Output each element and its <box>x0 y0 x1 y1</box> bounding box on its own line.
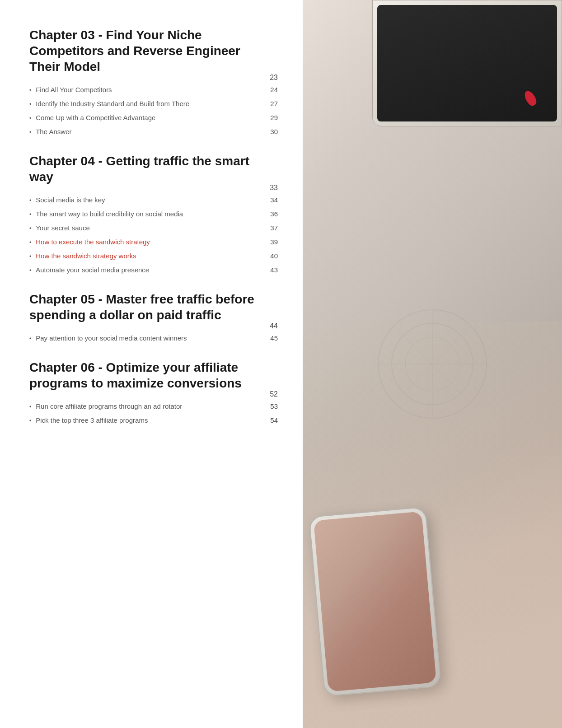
chapter-title-row-ch06: Chapter 06 - Optimize your affiliate pro… <box>29 359 278 399</box>
list-item-page: 53 <box>270 401 278 411</box>
list-item-label: Find All Your Competitors <box>36 85 270 94</box>
watermark-decoration <box>365 296 500 432</box>
list-item-page: 37 <box>270 223 278 233</box>
list-bullet: • <box>29 225 31 233</box>
photo-area <box>303 0 562 728</box>
list-bullet: • <box>29 239 31 247</box>
chapter-title-row-ch04: Chapter 04 - Getting traffic the smart w… <box>29 153 278 193</box>
list-item-label: How the sandwich strategy works <box>36 251 270 261</box>
tablet-image <box>372 0 562 126</box>
chapter-section-ch06: Chapter 06 - Optimize your affiliate pro… <box>29 359 278 427</box>
chapter-page-ch06: 52 <box>270 390 278 399</box>
chapter-title-row-ch05: Chapter 05 - Master free traffic before … <box>29 291 278 331</box>
list-item-label: Pay attention to your social media conte… <box>36 333 270 343</box>
list-item-label: The smart way to build credibility on so… <box>36 209 270 219</box>
list-bullet: • <box>29 87 31 94</box>
list-item: •Run core affiliate programs through an … <box>29 399 278 413</box>
chapter-page-ch04: 33 <box>270 184 278 193</box>
chapter-section-ch04: Chapter 04 - Getting traffic the smart w… <box>29 153 278 277</box>
list-item: •Your secret sauce37 <box>29 221 278 235</box>
toc-list-ch05: •Pay attention to your social media cont… <box>29 331 278 345</box>
list-item-page: 45 <box>270 333 278 343</box>
list-item: •Pick the top three 3 affiliate programs… <box>29 413 278 427</box>
list-item-page: 24 <box>270 85 278 94</box>
list-item: •Social media is the key34 <box>29 193 278 207</box>
toc-list-ch06: •Run core affiliate programs through an … <box>29 399 278 427</box>
chapter-title-row-ch03: Chapter 03 - Find Your Niche Competitors… <box>29 27 278 83</box>
list-item-label: Your secret sauce <box>36 223 270 233</box>
list-item-page: 40 <box>270 251 278 261</box>
content-area: Chapter 03 - Find Your Niche Competitors… <box>0 0 303 728</box>
chapter-heading-ch03: Chapter 03 - Find Your Niche Competitors… <box>29 27 261 75</box>
toc-container: Chapter 03 - Find Your Niche Competitors… <box>29 27 278 427</box>
list-item-page: 36 <box>270 209 278 219</box>
list-item-link[interactable]: How to execute the sandwich strategy <box>36 238 150 246</box>
list-item: •Find All Your Competitors24 <box>29 83 278 97</box>
list-bullet: • <box>29 335 31 343</box>
list-item: •How the sandwich strategy works40 <box>29 249 278 263</box>
list-item-page: 30 <box>270 127 278 136</box>
list-bullet: • <box>29 417 31 425</box>
list-item-label: Run core affiliate programs through an a… <box>36 401 270 411</box>
list-item-page: 54 <box>270 415 278 425</box>
chapter-page-ch03: 23 <box>270 74 278 83</box>
list-bullet: • <box>29 101 31 108</box>
list-item-page: 39 <box>270 237 278 247</box>
list-item: •Come Up with a Competitive Advantage29 <box>29 111 278 125</box>
chapter-section-ch05: Chapter 05 - Master free traffic before … <box>29 291 278 345</box>
list-item: •Automate your social media presence43 <box>29 263 278 277</box>
list-bullet: • <box>29 253 31 261</box>
phone-device <box>309 506 441 696</box>
list-item-label: Pick the top three 3 affiliate programs <box>36 415 270 425</box>
chapter-page-ch05: 44 <box>270 322 278 331</box>
list-bullet: • <box>29 197 31 205</box>
list-item-label: Identify the Industry Standard and Build… <box>36 99 270 108</box>
list-bullet: • <box>29 267 31 275</box>
chapter-heading-ch06: Chapter 06 - Optimize your affiliate pro… <box>29 359 261 391</box>
list-bullet: • <box>29 115 31 122</box>
list-item-page: 34 <box>270 195 278 205</box>
chapter-section-ch03: Chapter 03 - Find Your Niche Competitors… <box>29 27 278 139</box>
toc-list-ch04: •Social media is the key34•The smart way… <box>29 193 278 277</box>
chapter-heading-ch04: Chapter 04 - Getting traffic the smart w… <box>29 153 261 185</box>
list-bullet: • <box>29 403 31 411</box>
list-item-label: Automate your social media presence <box>36 265 270 275</box>
list-item-label: Social media is the key <box>36 195 270 205</box>
list-item-page: 29 <box>270 113 278 122</box>
list-item-link[interactable]: How the sandwich strategy works <box>36 252 136 260</box>
list-item: •Identify the Industry Standard and Buil… <box>29 97 278 111</box>
list-item: •The Answer30 <box>29 125 278 139</box>
toc-list-ch03: •Find All Your Competitors24•Identify th… <box>29 83 278 139</box>
list-bullet: • <box>29 129 31 136</box>
list-item-label: The Answer <box>36 127 270 136</box>
list-item: •How to execute the sandwich strategy39 <box>29 235 278 249</box>
list-item-page: 27 <box>270 99 278 108</box>
chapter-heading-ch05: Chapter 05 - Master free traffic before … <box>29 291 261 323</box>
list-item-label: Come Up with a Competitive Advantage <box>36 113 270 122</box>
list-item-page: 43 <box>270 265 278 275</box>
list-bullet: • <box>29 211 31 219</box>
list-item: •Pay attention to your social media cont… <box>29 331 278 345</box>
list-item: •The smart way to build credibility on s… <box>29 207 278 221</box>
list-item-label: How to execute the sandwich strategy <box>36 237 270 247</box>
